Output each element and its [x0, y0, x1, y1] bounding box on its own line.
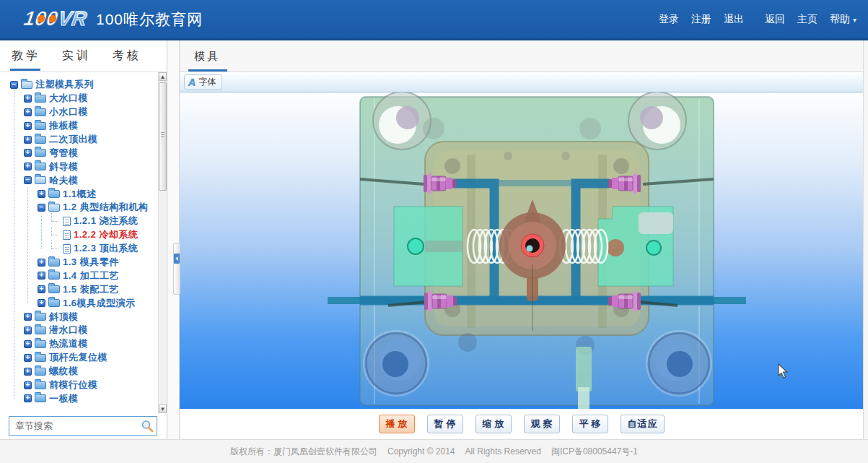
- tree-item-label[interactable]: 前模行位模: [49, 378, 98, 391]
- control-button-3[interactable]: 缩放: [475, 415, 512, 433]
- tree-item-label[interactable]: 小水口模: [49, 105, 88, 118]
- chapter-search-input[interactable]: [15, 420, 141, 431]
- expand-plus-icon[interactable]: +: [38, 285, 45, 293]
- tree-item[interactable]: 1.2.1 浇注系统: [0, 215, 158, 228]
- expand-plus-icon[interactable]: +: [38, 272, 45, 280]
- expand-plus-icon[interactable]: +: [24, 313, 32, 321]
- expand-plus-icon[interactable]: +: [24, 95, 32, 103]
- tree-item-label[interactable]: 顶杆先复位模: [49, 351, 108, 364]
- tab-mold[interactable]: 模具: [194, 40, 220, 72]
- tree-item[interactable]: +小水口模: [0, 105, 158, 119]
- expand-plus-icon[interactable]: +: [24, 368, 32, 376]
- tree-item-label[interactable]: 二次顶出模: [49, 133, 98, 146]
- tree-item[interactable]: +前模行位模: [0, 378, 158, 392]
- file-icon: [63, 244, 71, 254]
- tree-item[interactable]: +热流道模: [0, 337, 158, 351]
- tree-item-label[interactable]: 1.3 模具零件: [63, 256, 119, 269]
- expand-plus-icon[interactable]: +: [24, 149, 32, 157]
- file-icon: [63, 217, 71, 226]
- tree-item[interactable]: +1.6模具成型演示: [0, 296, 158, 310]
- tree-item[interactable]: +斜顶模: [0, 310, 158, 324]
- sidebar-tab-1[interactable]: 教学: [10, 42, 42, 70]
- tree-item-label[interactable]: 一板模: [49, 392, 79, 405]
- expand-plus-icon[interactable]: +: [24, 326, 32, 334]
- tree-item[interactable]: +1.3 模具零件: [0, 256, 158, 269]
- tree-item-label[interactable]: 哈夫模: [49, 174, 79, 187]
- tree-item[interactable]: −注塑模具系列: [0, 78, 158, 92]
- tree-item-label[interactable]: 推板模: [49, 119, 79, 132]
- tree-item-label[interactable]: 斜导模: [49, 160, 79, 173]
- tree-item-label[interactable]: 1.4 加工工艺: [63, 269, 119, 282]
- logo-100vr-icon[interactable]: 100 VR: [20, 4, 89, 35]
- tree-item[interactable]: +顶杆先复位模: [0, 351, 158, 365]
- tree-item-label[interactable]: 热流道模: [49, 337, 88, 350]
- expand-plus-icon[interactable]: +: [24, 381, 32, 389]
- tree-item-label[interactable]: 1.2.3 顶出系统: [74, 242, 139, 255]
- tree-item[interactable]: +二次顶出模: [0, 133, 158, 147]
- tree-item-label[interactable]: 斜顶模: [49, 311, 79, 324]
- control-button-1[interactable]: 播放: [379, 415, 415, 433]
- expand-plus-icon[interactable]: +: [38, 259, 45, 267]
- font-button[interactable]: A 字体: [184, 74, 222, 90]
- expand-minus-icon[interactable]: −: [38, 204, 45, 212]
- tree-item[interactable]: +大水口模: [0, 92, 158, 105]
- expand-plus-icon[interactable]: +: [24, 394, 32, 402]
- scrollbar-thumb[interactable]: [159, 82, 167, 191]
- expand-minus-icon[interactable]: −: [24, 176, 32, 184]
- tree-item[interactable]: +1.1概述: [0, 187, 158, 201]
- control-button-4[interactable]: 观察: [524, 415, 560, 433]
- tree-item-label[interactable]: 1.1概述: [63, 188, 97, 201]
- tree-item-label[interactable]: 1.2.2 冷却系统: [74, 228, 139, 241]
- tree-item[interactable]: +斜导模: [0, 160, 158, 173]
- nav-link-6[interactable]: 帮助▾: [830, 13, 856, 26]
- nav-link-2[interactable]: 注册: [691, 13, 711, 26]
- tree-scrollbar[interactable]: ▲ ▼: [158, 72, 167, 413]
- tree-item[interactable]: +潜水口模: [0, 324, 158, 337]
- expand-plus-icon[interactable]: +: [24, 354, 32, 362]
- sidebar-tab-2[interactable]: 实训: [61, 42, 92, 70]
- tree-item[interactable]: +螺纹模: [0, 365, 158, 378]
- expand-plus-icon[interactable]: +: [24, 122, 32, 130]
- nav-link-4[interactable]: 返回: [765, 13, 785, 26]
- tree-item-label[interactable]: 大水口模: [49, 92, 88, 105]
- nav-link-3[interactable]: 退出: [724, 13, 744, 26]
- tree-item[interactable]: +一板模: [0, 391, 158, 405]
- scroll-up-icon[interactable]: ▲: [159, 72, 167, 81]
- tree-item[interactable]: 1.2.2 冷却系统: [0, 228, 158, 242]
- tree-item-label[interactable]: 1.2.1 浇注系统: [74, 215, 139, 228]
- tree-item[interactable]: +1.5 装配工艺: [0, 282, 158, 296]
- tree-item-label[interactable]: 1.6模具成型演示: [63, 297, 136, 310]
- control-button-5[interactable]: 平移: [572, 415, 608, 433]
- tree-item[interactable]: −哈夫模: [0, 173, 158, 187]
- tree-item-label[interactable]: 1.5 装配工艺: [63, 283, 119, 296]
- tree-item[interactable]: +1.4 加工工艺: [0, 269, 158, 282]
- tree-item[interactable]: −1.2 典型结构和机构: [0, 201, 158, 215]
- nav-link-5[interactable]: 主页: [797, 13, 817, 26]
- tree-item-label[interactable]: 1.2 典型结构和机构: [63, 201, 148, 214]
- expand-plus-icon[interactable]: +: [24, 136, 32, 144]
- tree-item-label[interactable]: 螺纹模: [49, 365, 79, 378]
- tree-item-label[interactable]: 弯管模: [49, 147, 79, 160]
- control-button-2[interactable]: 暂停: [427, 415, 463, 433]
- collapse-left-icon[interactable]: [174, 254, 180, 264]
- expand-plus-icon[interactable]: +: [24, 163, 32, 170]
- expand-plus-icon[interactable]: +: [38, 299, 45, 307]
- sidebar-tab-3[interactable]: 考核: [111, 42, 143, 70]
- tree-item[interactable]: +推板模: [0, 119, 158, 133]
- mold-3d-model[interactable]: [180, 92, 864, 409]
- expand-minus-icon[interactable]: −: [10, 81, 18, 89]
- nav-link-1[interactable]: 登录: [659, 13, 679, 26]
- tree-item-label[interactable]: 潜水口模: [49, 324, 88, 337]
- scroll-down-icon[interactable]: ▼: [159, 404, 167, 413]
- collapse-grip[interactable]: [173, 243, 180, 295]
- folder-icon: [35, 95, 46, 103]
- tree-item-label[interactable]: 注塑模具系列: [35, 78, 94, 91]
- tree-item[interactable]: +弯管模: [0, 146, 158, 160]
- control-button-6[interactable]: 自适应: [621, 415, 665, 433]
- search-icon[interactable]: [141, 420, 154, 433]
- viewer-3d[interactable]: [180, 92, 864, 409]
- expand-plus-icon[interactable]: +: [38, 190, 45, 198]
- tree-item[interactable]: 1.2.3 顶出系统: [0, 242, 158, 256]
- expand-plus-icon[interactable]: +: [24, 108, 32, 116]
- expand-plus-icon[interactable]: +: [24, 340, 32, 348]
